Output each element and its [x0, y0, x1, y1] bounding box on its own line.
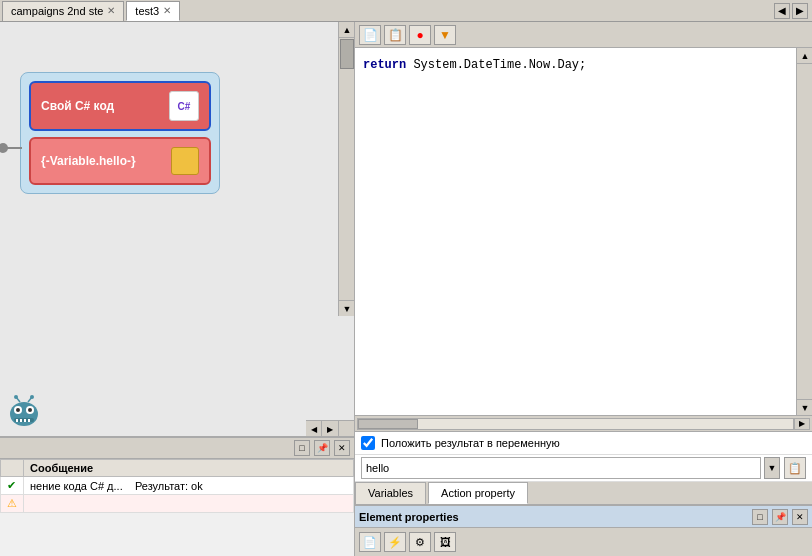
row-message: нение кода C# д... Результат: ok	[24, 477, 354, 495]
col-message: Сообщение	[24, 460, 354, 477]
csharp-icon: C#	[169, 91, 199, 121]
hscroll-arrows: ◀ ▶	[306, 420, 338, 436]
tab-nav-left[interactable]: ◀	[774, 3, 790, 19]
variable-row: Положить результат в переменную	[355, 432, 812, 455]
result-checkbox[interactable]	[361, 436, 375, 450]
connector-dot	[0, 143, 8, 153]
node-variable-label: {-Variable.hello-}	[41, 154, 136, 168]
row-status-ok: ✔	[1, 477, 24, 495]
code-hscroll[interactable]: ▶	[355, 415, 812, 431]
scroll-corner	[338, 420, 354, 436]
variable-input-container: ▼ 📋	[355, 455, 812, 482]
row-result: Результат: ok	[135, 480, 203, 492]
tab-test3-close[interactable]: ✕	[163, 6, 171, 16]
tab-campaigns[interactable]: campaigns 2nd ste ✕	[2, 1, 124, 21]
svg-point-3	[16, 408, 20, 412]
node-csharp[interactable]: Свой C# код C#	[29, 81, 211, 131]
row-msg-text: нение кода C# д...	[30, 480, 123, 492]
ep-btn-page[interactable]: 📄	[359, 532, 381, 552]
svg-rect-7	[20, 419, 22, 422]
bottom-panel-close[interactable]: ✕	[334, 440, 350, 456]
monster-icon	[6, 394, 42, 430]
svg-rect-8	[24, 419, 26, 422]
svg-point-13	[30, 395, 34, 399]
canvas-vscroll[interactable]: ▲ ▼	[338, 22, 354, 316]
node-group-container: Свой C# код C# {-Variable.hello-}	[20, 72, 220, 194]
svg-rect-9	[28, 419, 30, 422]
svg-rect-6	[16, 419, 18, 422]
variable-dropdown-btn[interactable]: ▼	[764, 457, 780, 479]
variable-input[interactable]	[361, 457, 761, 479]
tab-variables[interactable]: Variables	[355, 482, 426, 504]
hscroll-track[interactable]	[357, 418, 794, 430]
bottom-panel-table: Сообщение ✔ нение кода C# д... Результат…	[0, 459, 354, 556]
row-message-empty	[24, 495, 354, 513]
bottom-panel-restore[interactable]: □	[294, 440, 310, 456]
vscroll-thumb[interactable]	[340, 39, 354, 69]
ep-btn-image[interactable]: 🖼	[434, 532, 456, 552]
tabs-row: Variables Action property	[355, 482, 812, 505]
tab-test3[interactable]: test3 ✕	[126, 1, 180, 21]
tab-campaigns-close[interactable]: ✕	[107, 6, 115, 16]
col-icon	[1, 460, 24, 477]
vscroll-up[interactable]: ▲	[339, 22, 354, 38]
vscroll-down[interactable]: ▼	[339, 300, 354, 316]
right-toolbar: 📄 📋 ● ▼	[355, 22, 812, 48]
ok-icon: ✔	[7, 479, 16, 491]
ep-pin-btn[interactable]: 📌	[772, 509, 788, 525]
toolbar-btn-down[interactable]: ▼	[434, 25, 456, 45]
code-vscroll-up[interactable]: ▲	[797, 48, 812, 64]
toolbar-btn-page[interactable]: 📄	[359, 25, 381, 45]
result-label: Положить результат в переменную	[381, 437, 560, 449]
toolbar-btn-clipboard[interactable]: 📋	[384, 25, 406, 45]
svg-point-0	[10, 402, 38, 426]
code-vscroll-down[interactable]: ▼	[797, 399, 812, 415]
canvas-area: ▲ ▼ Свой C# код C#	[0, 22, 354, 436]
code-editor[interactable]: return System.DateTime.Now.Day;	[355, 48, 796, 83]
toolbar-btn-red[interactable]: ●	[409, 25, 431, 45]
ep-close-btn[interactable]: ✕	[792, 509, 808, 525]
ep-btn-lightning[interactable]: ⚡	[384, 532, 406, 552]
ep-restore-btn[interactable]: □	[752, 509, 768, 525]
hscroll-left[interactable]: ◀	[306, 421, 322, 436]
table-row: ⚠	[1, 495, 354, 513]
hscroll-right-btn[interactable]: ▶	[794, 418, 810, 430]
variable-copy-btn[interactable]: 📋	[784, 457, 806, 479]
element-props-title: Element properties	[359, 511, 748, 523]
node-group: Свой C# код C# {-Variable.hello-}	[20, 72, 220, 194]
bottom-panel: □ 📌 ✕ Сообщение ✔	[0, 436, 354, 556]
node-variable[interactable]: {-Variable.hello-}	[29, 137, 211, 185]
tab-test3-label: test3	[135, 5, 159, 17]
variable-icon	[171, 147, 199, 175]
code-scroll[interactable]: return System.DateTime.Now.Day; ▲ ▼	[355, 48, 812, 415]
code-vscroll[interactable]: ▲ ▼	[796, 48, 812, 415]
table-row: ✔ нение кода C# д... Результат: ok	[1, 477, 354, 495]
tab-nav-right[interactable]: ▶	[792, 3, 808, 19]
svg-point-11	[14, 395, 18, 399]
code-container: return System.DateTime.Now.Day; ▲ ▼ ▶	[355, 48, 812, 432]
right-panel: 📄 📋 ● ▼ return System.DateTime.Now.Day; …	[355, 22, 812, 556]
element-props-toolbar: 📄 ⚡ ⚙ 🖼	[355, 528, 812, 556]
tab-bar: campaigns 2nd ste ✕ test3 ✕ ◀ ▶	[0, 0, 812, 22]
node-csharp-label: Свой C# код	[41, 99, 114, 113]
svg-point-4	[28, 408, 32, 412]
tab-nav: ◀ ▶	[774, 3, 812, 19]
main-container: ▲ ▼ Свой C# код C#	[0, 22, 812, 556]
row-status-warn: ⚠	[1, 495, 24, 513]
warn-icon: ⚠	[7, 497, 17, 509]
hscroll-right[interactable]: ▶	[322, 421, 338, 436]
tab-campaigns-label: campaigns 2nd ste	[11, 5, 103, 17]
left-panel: ▲ ▼ Свой C# код C#	[0, 22, 355, 556]
element-props-header: Element properties □ 📌 ✕	[355, 506, 812, 528]
hscroll-thumb[interactable]	[358, 419, 418, 429]
bottom-panel-header: □ 📌 ✕	[0, 438, 354, 459]
ep-btn-gear[interactable]: ⚙	[409, 532, 431, 552]
element-props: Element properties □ 📌 ✕ 📄 ⚡ ⚙ 🖼	[355, 505, 812, 556]
tab-action-property[interactable]: Action property	[428, 482, 528, 504]
bottom-panel-pin[interactable]: 📌	[314, 440, 330, 456]
